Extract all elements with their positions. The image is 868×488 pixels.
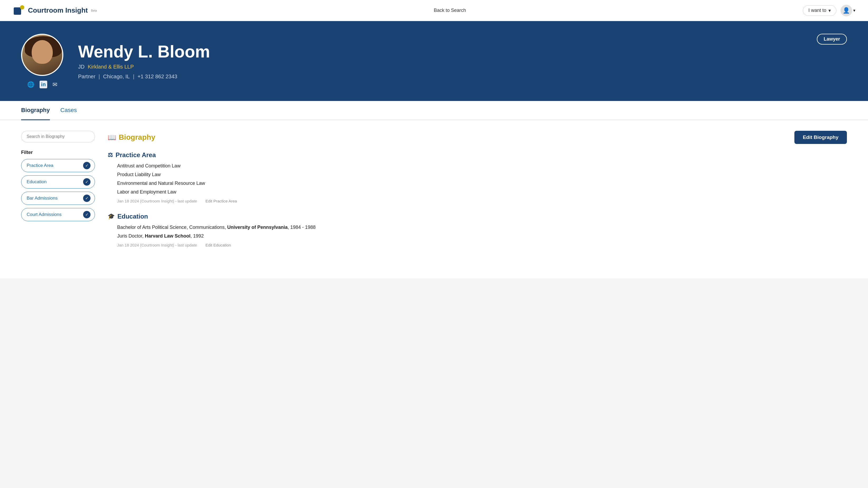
education-section: 🎓 Education Bachelor of Arts Political S…: [107, 213, 847, 247]
person-name: Wendy L. Bloom: [78, 42, 802, 61]
education-item-2-prefix: Juris Doctor,: [117, 233, 145, 238]
search-biography-input[interactable]: [21, 131, 95, 142]
practice-area-section: ⚖ Practice Area Antitrust and Competitio…: [107, 151, 847, 203]
i-want-to-label: I want to: [808, 8, 826, 13]
hero-degree: JD: [78, 64, 85, 70]
bio-main: 📖 Biography Edit Biography ⚖ Practice Ar…: [107, 131, 847, 268]
filter-education[interactable]: Education ✓: [21, 175, 95, 189]
education-items: Bachelor of Arts Political Science, Comm…: [107, 224, 847, 240]
education-title: 🎓 Education: [107, 213, 847, 220]
user-chevron-icon: ▾: [853, 8, 855, 13]
i-want-to-button[interactable]: I want to ▾: [803, 5, 836, 16]
education-item-2-school: Harvard Law School: [145, 233, 190, 238]
avatar: 👤: [841, 5, 852, 17]
filter-court-admissions-check: ✓: [83, 211, 91, 218]
filter-bar-admissions-check: ✓: [83, 195, 91, 202]
list-item: Bachelor of Arts Political Science, Comm…: [117, 224, 847, 231]
book-icon: 📖: [107, 133, 116, 141]
navbar-right: I want to ▾ 👤 ▾: [803, 5, 855, 17]
svg-rect-0: [14, 7, 21, 15]
logo-text: Courtroom Insight: [28, 6, 88, 14]
practice-area-meta-date: Jan 18 2024 (Courtroom Insight) - last u…: [117, 199, 197, 203]
bio-title-text: Biography: [119, 133, 155, 141]
content-area: Filter Practice Area ✓ Education ✓ Bar A…: [0, 120, 868, 279]
practice-area-items: Antitrust and Competition Law Product Li…: [107, 162, 847, 196]
practice-area-label: Practice Area: [116, 151, 156, 159]
filter-bar-admissions-label: Bar Admissions: [27, 196, 58, 201]
logo-beta: Beta: [91, 9, 97, 12]
avatar: [21, 34, 63, 76]
list-item: Antitrust and Competition Law: [117, 162, 847, 169]
edit-practice-area-link[interactable]: Edit Practice Area: [206, 199, 237, 203]
logo[interactable]: Courtroom InsightBeta: [13, 4, 97, 17]
list-item: Labor and Employment Law: [117, 189, 847, 196]
edit-biography-button[interactable]: Edit Biography: [795, 131, 847, 144]
filter-bar-admissions[interactable]: Bar Admissions ✓: [21, 192, 95, 205]
education-label: Education: [117, 213, 148, 220]
user-avatar-button[interactable]: 👤 ▾: [841, 5, 855, 17]
hero-info: Wendy L. Bloom JD Kirkland & Ellis LLP P…: [78, 42, 802, 79]
filter-practice-area-check: ✓: [83, 162, 91, 169]
tabs-bar: Biography Cases: [0, 101, 868, 120]
hero-meta: Partner | Chicago, IL | +1 312 862 2343: [78, 73, 802, 79]
globe-icon[interactable]: 🌐: [27, 81, 34, 88]
filter-education-check: ✓: [83, 178, 91, 186]
education-item-2-suffix: , 1992: [190, 233, 204, 238]
filter-practice-area[interactable]: Practice Area ✓: [21, 159, 95, 172]
hero-city: Chicago, IL: [103, 73, 130, 79]
hero-avatar-wrap: 🌐 in ✉: [21, 34, 63, 88]
hero-section: 🌐 in ✉ Wendy L. Bloom JD Kirkland & Elli…: [0, 21, 868, 101]
education-item-1-university: University of Pennsylvania: [227, 225, 287, 230]
education-meta: Jan 18 2024 (Courtroom Insight) - last u…: [107, 243, 847, 247]
practice-area-meta: Jan 18 2024 (Courtroom Insight) - last u…: [107, 199, 847, 203]
filter-education-label: Education: [27, 179, 47, 185]
education-item-1-suffix: , 1984 - 1988: [287, 225, 315, 230]
svg-point-1: [20, 5, 24, 9]
filter-court-admissions[interactable]: Court Admissions ✓: [21, 208, 95, 221]
practice-area-title: ⚖ Practice Area: [107, 151, 847, 159]
social-icons: 🌐 in ✉: [27, 81, 58, 88]
list-item: Juris Doctor, Harvard Law School, 1992: [117, 232, 847, 240]
filter-label: Filter: [21, 150, 95, 155]
hero-role: Partner: [78, 73, 95, 79]
graduation-icon: 🎓: [107, 213, 115, 220]
edit-education-link[interactable]: Edit Education: [206, 243, 231, 247]
email-icon[interactable]: ✉: [53, 81, 57, 88]
logo-icon: [13, 4, 25, 17]
education-item-1-prefix: Bachelor of Arts Political Science, Comm…: [117, 225, 227, 230]
filter-court-admissions-label: Court Admissions: [27, 212, 61, 217]
tab-cases[interactable]: Cases: [60, 101, 77, 120]
filter-practice-area-label: Practice Area: [27, 163, 53, 168]
list-item: Environmental and Natural Resource Law: [117, 180, 847, 187]
navbar: Courtroom InsightBeta Back to Search I w…: [0, 0, 868, 21]
hero-jd-firm: JD Kirkland & Ellis LLP: [78, 64, 802, 70]
sidebar: Filter Practice Area ✓ Education ✓ Bar A…: [21, 131, 95, 268]
bio-header-row: 📖 Biography Edit Biography: [107, 131, 847, 144]
tab-biography[interactable]: Biography: [21, 101, 50, 120]
avatar-face: [32, 40, 53, 64]
linkedin-icon[interactable]: in: [39, 81, 48, 88]
lawyer-badge[interactable]: Lawyer: [817, 34, 847, 44]
hero-firm[interactable]: Kirkland & Ellis LLP: [88, 64, 134, 70]
list-item: Product Liability Law: [117, 171, 847, 178]
hero-phone: +1 312 862 2343: [137, 73, 177, 79]
scales-icon: ⚖: [107, 152, 113, 158]
chevron-down-icon: ▾: [829, 8, 831, 13]
education-meta-date: Jan 18 2024 (Courtroom Insight) - last u…: [117, 243, 197, 247]
back-to-search-link[interactable]: Back to Search: [434, 8, 466, 13]
bio-title: 📖 Biography: [107, 133, 155, 141]
user-icon: 👤: [843, 7, 850, 14]
